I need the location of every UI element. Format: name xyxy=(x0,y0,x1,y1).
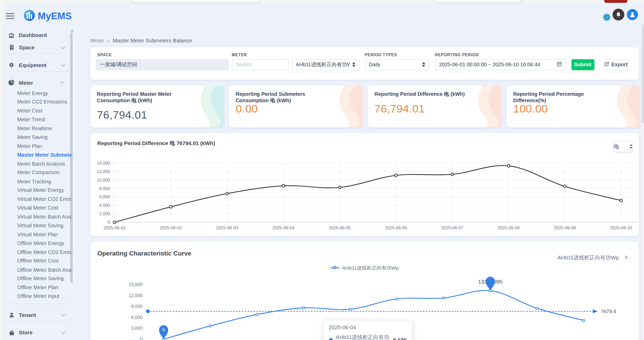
sidebar-item-meter[interactable]: Meter xyxy=(8,78,64,87)
sidebar-item-offline-meter-batch-analysis[interactable]: Offline Meter Batch Analysis xyxy=(17,266,71,274)
data-point[interactable] xyxy=(170,205,172,208)
y-axis-label: 8,000 xyxy=(99,186,110,191)
browser-tab[interactable] xyxy=(434,0,522,3)
shopping-bag-icon xyxy=(8,329,15,336)
data-point[interactable] xyxy=(396,298,398,300)
difference-line-chart: 02,0004,0006,0008,00010,00012,00014,0002… xyxy=(90,133,639,236)
data-point[interactable] xyxy=(209,325,211,327)
sidebar-item-equipment[interactable]: Equipment xyxy=(8,60,64,70)
data-point[interactable] xyxy=(113,221,116,223)
x-axis-label: 2025-06-05 xyxy=(329,225,351,230)
sidebar-scroll-up-arrow[interactable] xyxy=(71,29,74,32)
y-axis-label: 3,000 xyxy=(131,325,142,330)
stat-card-value: 0.00 xyxy=(236,102,258,115)
period-types-select[interactable]: Daily xyxy=(365,59,429,70)
data-point[interactable] xyxy=(303,307,305,309)
user-avatar[interactable] xyxy=(627,9,638,20)
sidebar-item-meter-comparison[interactable]: Meter Comparison xyxy=(17,168,71,177)
meter-select-value: AHb11进线柜正向有功Wp xyxy=(296,61,350,68)
sidebar-item-meter-plan[interactable]: Meter Plan xyxy=(17,142,71,151)
data-point[interactable] xyxy=(395,174,397,176)
data-point[interactable] xyxy=(563,185,566,187)
x-axis-label: 2025-06-07 xyxy=(441,225,463,230)
breadcrumb-section[interactable]: Meter xyxy=(90,37,104,43)
space-tree-select[interactable]: 一度城/调试空间 xyxy=(96,59,229,70)
user-icon xyxy=(629,11,636,18)
data-point[interactable] xyxy=(349,308,352,310)
sidebar-item-meter-cost[interactable]: Meter Cost xyxy=(17,107,71,115)
sidebar-item-virtual-meter-co2[interactable]: Virtual Meter CO2 Emissions xyxy=(17,195,71,204)
sidebar-item-offline-meter-energy[interactable]: Offline Meter Energy xyxy=(17,239,71,248)
meter-select[interactable]: AHb11进线柜正向有功Wp xyxy=(292,59,359,70)
x-axis-label: 2025-06-03 xyxy=(216,225,238,230)
app-logo[interactable]: MyEMS xyxy=(24,10,72,23)
chevron-down-icon xyxy=(61,45,65,49)
data-point[interactable] xyxy=(507,164,510,167)
sidebar-item-master-meter-submeters-balance[interactable]: Master Meter Submeters Balance xyxy=(17,151,71,159)
y-axis-label: 9,000 xyxy=(131,304,142,309)
sidebar-item-tenant[interactable]: Tenant xyxy=(8,310,64,320)
sidebar-item-meter-batch-analysis[interactable]: Meter Batch Analysis xyxy=(17,160,71,168)
sidebar-item-meter-realtime[interactable]: Meter Realtime xyxy=(17,124,71,133)
operating-curve-card: Operating Characteristic Curve AHb11进线柜正… xyxy=(90,241,639,340)
data-point[interactable] xyxy=(451,173,454,175)
sidebar-item-dashboard[interactable]: Dashboard xyxy=(8,30,64,40)
page-scrollbar-thumb[interactable] xyxy=(642,25,644,124)
sidebar-item-meter-trend[interactable]: Meter Trend xyxy=(17,116,71,124)
breadcrumb-separator: » xyxy=(107,37,110,43)
y-axis-label: 15,000 xyxy=(129,282,142,287)
sidebar-item-meter-co2[interactable]: Meter CO2 Emissions xyxy=(17,98,71,107)
reporting-period-picker[interactable]: 2025-06-01 00:00:00 ~ 2025-06-10 16:06:4… xyxy=(435,59,566,70)
sidebar-item-offline-meter-input[interactable]: Offline Meter Input xyxy=(17,292,71,301)
bell-icon xyxy=(615,11,621,17)
y-axis-label: 12,000 xyxy=(129,293,142,298)
sidebar-item-space[interactable]: Space xyxy=(8,42,64,52)
sidebar-item-offline-meter-plan[interactable]: Offline Meter Plan xyxy=(17,283,71,292)
browser-tab[interactable] xyxy=(132,0,260,3)
sidebar-item-virtual-meter-cost[interactable]: Virtual Meter Cost xyxy=(17,204,71,213)
select-arrows-icon xyxy=(419,62,425,67)
settings-button[interactable] xyxy=(602,13,611,22)
y-axis-label: 10,000 xyxy=(97,177,110,182)
sidebar-item-virtual-meter-saving[interactable]: Virtual Meter Saving xyxy=(17,221,71,230)
data-point[interactable] xyxy=(620,199,622,202)
max-pin-marker xyxy=(486,277,495,290)
sidebar-item-meter-saving[interactable]: Meter Saving xyxy=(17,133,71,142)
sidebar-item-offline-meter-co2[interactable]: Offline Meter CO2 Emissions xyxy=(17,248,71,257)
sidebar-item-virtual-meter-batch-analysis[interactable]: Virtual Meter Batch Analysis xyxy=(17,213,71,221)
page-root: MyEMS xyxy=(0,0,644,340)
series-dot-icon xyxy=(329,338,333,340)
export-button[interactable]: Export xyxy=(604,59,628,70)
logo-mark-icon xyxy=(24,10,35,23)
sidebar-item-meter-energy[interactable]: Meter Energy xyxy=(17,89,71,98)
sidebar-item-store[interactable]: Store xyxy=(8,328,64,337)
meter-label: METER xyxy=(232,52,247,57)
data-point[interactable] xyxy=(582,319,585,322)
page-scrollbar[interactable] xyxy=(641,3,644,340)
chevron-down-icon xyxy=(61,330,65,334)
notifications-button[interactable] xyxy=(613,9,624,20)
x-axis-label: 2025-06-10 xyxy=(610,225,632,230)
data-point[interactable] xyxy=(536,307,538,309)
meter-search-input[interactable] xyxy=(232,59,288,70)
data-point[interactable] xyxy=(226,192,228,195)
sidebar-item-meter-tracking[interactable]: Meter Tracking xyxy=(17,177,71,186)
sidebar-item-offline-meter-cost[interactable]: Offline Meter Cost xyxy=(17,257,71,266)
sidebar-divider xyxy=(8,304,69,304)
sidebar-item-label: Store xyxy=(19,329,33,336)
data-point[interactable] xyxy=(443,297,445,299)
gauge-icon xyxy=(8,32,15,39)
sidebar-item-virtual-meter-plan[interactable]: Virtual Meter Plan xyxy=(17,230,71,239)
breadcrumb-current-page: Master Meter Submeters Balance xyxy=(113,37,192,43)
sidebar-item-virtual-meter-energy[interactable]: Virtual Meter Energy xyxy=(17,186,71,195)
data-point[interactable] xyxy=(282,184,285,187)
x-axis-label: 2025-06-09 xyxy=(554,225,576,230)
sidebar-item-offline-meter-saving[interactable]: Offline Meter Saving xyxy=(17,275,71,283)
sidebar-item-label: Equipment xyxy=(19,62,46,68)
data-point[interactable] xyxy=(256,313,258,315)
submit-button[interactable]: Submit xyxy=(571,59,594,70)
hamburger-menu-button[interactable] xyxy=(6,13,14,19)
browser-extension-button[interactable] xyxy=(604,0,627,3)
data-point[interactable] xyxy=(338,186,341,188)
y-axis-label: 4,000 xyxy=(99,203,110,208)
